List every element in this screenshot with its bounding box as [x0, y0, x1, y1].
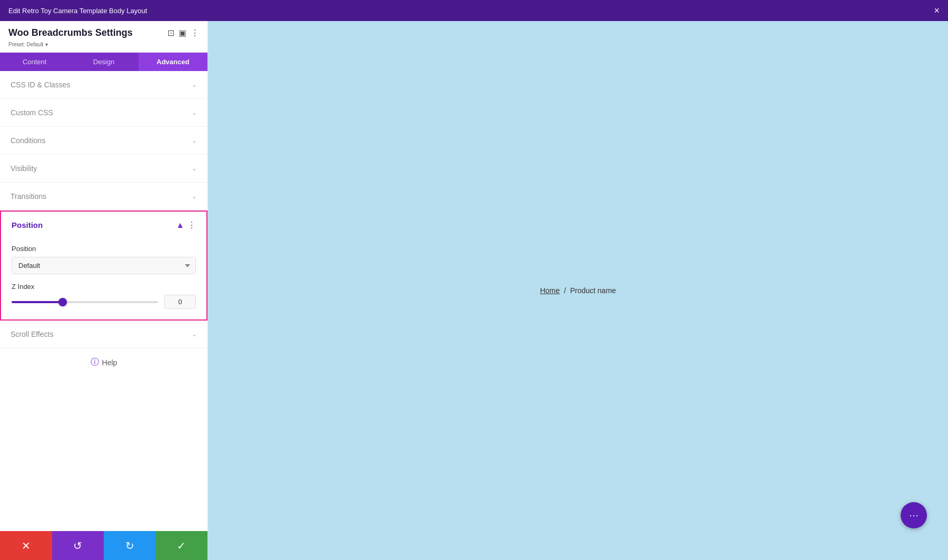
panel-content: CSS ID & Classes ⌄ Custom CSS ⌄ Conditio… — [0, 71, 208, 531]
chevron-down-icon: ⌄ — [192, 81, 197, 88]
breadcrumb: Home / Product name — [540, 286, 616, 295]
position-header-icons: ▲ ⋮ — [176, 220, 196, 230]
bottom-toolbar: ✕ ↺ ↻ ✓ — [0, 531, 208, 560]
chevron-down-icon: ⌄ — [192, 137, 197, 144]
tab-design[interactable]: Design — [69, 53, 138, 71]
widget-title: Woo Breadcrumbs Settings — [8, 27, 133, 38]
section-transitions-label: Transitions — [11, 192, 46, 201]
sidebar: Woo Breadcrumbs Settings ⊡ ▣ ⋮ Preset: D… — [0, 21, 208, 560]
section-conditions[interactable]: Conditions ⌄ — [0, 127, 208, 155]
z-index-input[interactable] — [164, 295, 196, 309]
slider-fill — [12, 301, 63, 303]
breadcrumb-home[interactable]: Home — [540, 286, 559, 295]
canvas-area: Home / Product name ⋯ — [208, 21, 948, 560]
chevron-down-icon: ⌄ — [192, 109, 197, 116]
position-title: Position — [12, 221, 43, 229]
position-field-group: Position Default Fixed Absolute Relative… — [12, 245, 196, 274]
close-button[interactable]: × — [934, 5, 940, 16]
main-layout: Woo Breadcrumbs Settings ⊡ ▣ ⋮ Preset: D… — [0, 21, 948, 560]
section-css-id-label: CSS ID & Classes — [11, 81, 71, 89]
position-header: Position ▲ ⋮ — [1, 212, 206, 236]
z-index-field-group: Z Index — [12, 283, 196, 309]
tab-bar: Content Design Advanced — [0, 53, 208, 71]
position-select[interactable]: Default Fixed Absolute Relative Sticky — [12, 257, 196, 274]
position-more-button[interactable]: ⋮ — [187, 220, 196, 230]
section-conditions-label: Conditions — [11, 136, 45, 145]
widget-title-icons: ⊡ ▣ ⋮ — [167, 28, 199, 38]
section-scroll-effects-label: Scroll Effects — [11, 330, 53, 338]
undo-button[interactable]: ↺ — [52, 531, 104, 560]
slider-row — [12, 295, 196, 309]
chevron-down-icon: ⌄ — [192, 165, 197, 172]
section-transitions[interactable]: Transitions ⌄ — [0, 183, 208, 211]
fab-icon: ⋯ — [909, 509, 919, 521]
position-section: Position ▲ ⋮ Position Default Fixed Abso… — [0, 211, 208, 321]
slider-thumb[interactable] — [58, 298, 67, 306]
settings-icon[interactable]: ▣ — [179, 28, 186, 38]
help-label: Help — [102, 358, 117, 367]
z-index-slider[interactable] — [12, 301, 158, 303]
position-field-label: Position — [12, 245, 196, 253]
redo-button[interactable]: ↻ — [104, 531, 156, 560]
section-scroll-effects[interactable]: Scroll Effects ⌄ — [0, 321, 208, 348]
top-bar: Edit Retro Toy Camera Template Body Layo… — [0, 0, 948, 21]
widget-preset[interactable]: Preset: Default ▾ — [8, 41, 199, 48]
tab-advanced[interactable]: Advanced — [139, 53, 208, 71]
position-body: Position Default Fixed Absolute Relative… — [1, 245, 206, 319]
more-icon[interactable]: ⋮ — [191, 28, 199, 38]
fab-button[interactable]: ⋯ — [901, 502, 927, 528]
position-collapse-button[interactable]: ▲ — [176, 221, 184, 230]
chevron-down-icon: ⌄ — [192, 193, 197, 200]
section-custom-css-label: Custom CSS — [11, 108, 53, 117]
breadcrumb-current: Product name — [570, 286, 616, 295]
widget-header: Woo Breadcrumbs Settings ⊡ ▣ ⋮ Preset: D… — [0, 21, 208, 53]
save-button[interactable]: ✓ — [156, 531, 208, 560]
responsive-icon[interactable]: ⊡ — [167, 28, 174, 38]
section-css-id[interactable]: CSS ID & Classes ⌄ — [0, 71, 208, 99]
widget-title-row: Woo Breadcrumbs Settings ⊡ ▣ ⋮ — [8, 27, 199, 38]
section-visibility-label: Visibility — [11, 164, 37, 173]
cancel-button[interactable]: ✕ — [0, 531, 52, 560]
chevron-down-icon: ⌄ — [192, 331, 197, 338]
z-index-label: Z Index — [12, 283, 196, 291]
top-bar-title: Edit Retro Toy Camera Template Body Layo… — [8, 7, 147, 15]
breadcrumb-separator: / — [564, 286, 566, 295]
section-custom-css[interactable]: Custom CSS ⌄ — [0, 99, 208, 127]
help-icon: ⓘ — [91, 357, 99, 368]
help-row[interactable]: ⓘ Help — [0, 348, 208, 376]
tab-content[interactable]: Content — [0, 53, 69, 71]
section-visibility[interactable]: Visibility ⌄ — [0, 155, 208, 183]
